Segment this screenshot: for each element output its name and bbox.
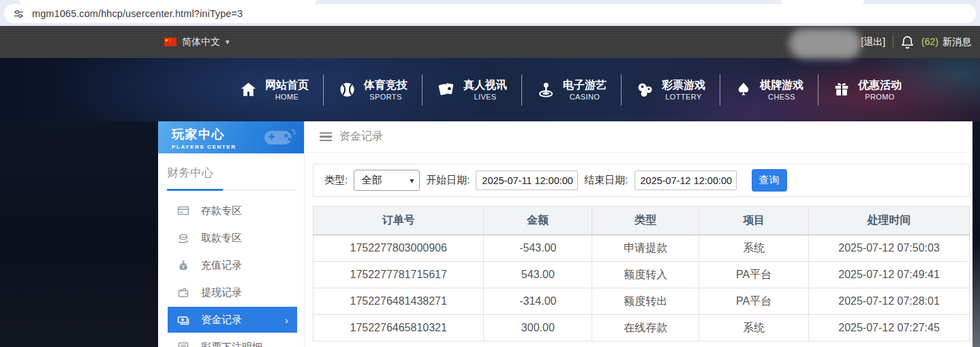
joystick-icon bbox=[536, 80, 555, 99]
nav-label-en: SPORTS bbox=[364, 93, 408, 101]
cell-type: 额度转入 bbox=[592, 262, 699, 288]
recharge-bag-icon bbox=[177, 259, 189, 271]
end-date-input[interactable] bbox=[634, 170, 737, 190]
content-area: 玩家中心 PLAYERS CENTER 财务中心 存款专区 bbox=[158, 121, 973, 347]
home-icon bbox=[239, 80, 258, 99]
column-header-item: 项目 bbox=[699, 207, 809, 235]
nav-label-cn: 体育竞技 bbox=[364, 78, 408, 93]
cell-process-time: 2025-07-12 07:28:01 bbox=[809, 288, 970, 315]
cell-order-no: 1752277803000906 bbox=[313, 235, 484, 262]
language-label: 简体中文 bbox=[182, 36, 220, 48]
url-text[interactable]: mgm1065.com/hhcp/usercenter.html?iniType… bbox=[32, 8, 243, 19]
sidebar-item-lottery-bet-detail[interactable]: 彩票下注明细 bbox=[158, 333, 304, 347]
table-row: 1752277803000906 -543.00 申请提款 系统 2025-07… bbox=[313, 235, 970, 262]
cell-type: 申请提款 bbox=[592, 235, 699, 262]
nav-item-lives[interactable]: 真人视讯 LIVES bbox=[423, 78, 521, 102]
table-header-row: 订单号 金额 类型 项目 处理时间 bbox=[313, 207, 970, 235]
nav-item-casino[interactable]: 电子游艺 CASINO bbox=[522, 78, 621, 102]
cell-process-time: 2025-07-12 07:49:41 bbox=[809, 262, 970, 288]
sidebar-item-withdrawal-record[interactable]: 提现记录 bbox=[158, 279, 304, 306]
cell-item: 系统 bbox=[699, 235, 809, 262]
nav-label-en: CHESS bbox=[760, 93, 803, 101]
cell-amount: 543.00 bbox=[484, 262, 592, 288]
cell-item: PA平台 bbox=[699, 262, 809, 288]
start-date-input[interactable] bbox=[476, 170, 578, 190]
site-settings-icon[interactable] bbox=[13, 8, 25, 20]
gamepad-icon bbox=[262, 125, 297, 150]
message-count: (62) bbox=[921, 36, 938, 48]
page-header: 资金记录 bbox=[305, 121, 973, 153]
type-select[interactable]: 全部 ▾ bbox=[354, 170, 420, 191]
withdraw-hand-icon bbox=[177, 232, 189, 244]
blurred-username bbox=[789, 29, 861, 59]
topbar-divider bbox=[893, 36, 893, 48]
sidebar-item-deposit-zone[interactable]: 存款专区 bbox=[158, 197, 304, 224]
nav-label-cn: 真人视讯 bbox=[463, 78, 507, 93]
nav-item-chess[interactable]: 棋牌游戏 CHESS bbox=[720, 78, 818, 102]
column-header-process-time: 处理时间 bbox=[809, 207, 970, 235]
cell-amount: -314.00 bbox=[484, 288, 592, 315]
new-messages-link[interactable]: (62) 新消息 bbox=[921, 36, 971, 48]
nav-item-lottery[interactable]: 彩票游戏 LOTTERY bbox=[622, 78, 720, 102]
sidebar-menu: 存款专区 取款专区 充值记录 bbox=[158, 197, 304, 347]
table-row: 1752276481438271 -314.00 额度转出 PA平台 2025-… bbox=[313, 288, 970, 315]
spade-icon bbox=[735, 80, 752, 98]
lottery-balls-icon bbox=[636, 80, 654, 99]
language-selector[interactable]: 简体中文 ▾ bbox=[164, 26, 230, 58]
nav-label-cn: 棋牌游戏 bbox=[760, 78, 803, 93]
column-header-order-no: 订单号 bbox=[313, 207, 484, 235]
nav-item-promo[interactable]: 优惠活动 PROMO bbox=[818, 78, 916, 102]
nav-item-home[interactable]: 网站首页 HOME bbox=[225, 78, 323, 102]
cell-item: PA平台 bbox=[699, 288, 809, 315]
sidebar: 玩家中心 PLAYERS CENTER 财务中心 存款专区 bbox=[158, 121, 305, 347]
start-date-label: 开始日期: bbox=[426, 174, 470, 187]
nav-item-sports[interactable]: 体育竞技 SPORTS bbox=[324, 78, 422, 102]
sidebar-item-label: 存款专区 bbox=[201, 205, 242, 217]
cell-type: 在线存款 bbox=[592, 315, 699, 342]
table-row: 1752277781715617 543.00 额度转入 PA平台 2025-0… bbox=[313, 262, 970, 288]
cell-amount: -543.00 bbox=[484, 235, 592, 262]
address-bar[interactable]: mgm1065.com/hhcp/usercenter.html?iniType… bbox=[4, 4, 976, 23]
sidebar-section-finance[interactable]: 财务中心 bbox=[167, 165, 295, 190]
bell-icon[interactable] bbox=[901, 35, 914, 49]
bet-detail-icon bbox=[177, 341, 189, 347]
players-center-banner: 玩家中心 PLAYERS CENTER bbox=[158, 121, 304, 153]
nav-label-cn: 电子游艺 bbox=[563, 78, 607, 93]
cell-order-no: 1752277781715617 bbox=[313, 262, 484, 288]
page-title: 资金记录 bbox=[339, 130, 383, 144]
funds-record-table: 订单号 金额 类型 项目 处理时间 1752277803000906 -543.… bbox=[313, 206, 970, 342]
search-button[interactable]: 查询 bbox=[752, 169, 787, 192]
type-filter-label: 类型: bbox=[324, 174, 348, 187]
deposit-card-icon bbox=[177, 205, 189, 217]
end-date-label: 结束日期: bbox=[584, 174, 628, 187]
logout-link[interactable]: [退出] bbox=[861, 36, 885, 48]
sidebar-item-label: 提现记录 bbox=[201, 286, 242, 299]
caret-down-icon: ▾ bbox=[226, 37, 230, 46]
table-row: 1752276465810321 300.00 在线存款 系统 2025-07-… bbox=[313, 315, 970, 342]
sidebar-item-funds-record[interactable]: 资金记录 › bbox=[168, 307, 297, 333]
type-select-value: 全部 bbox=[361, 174, 382, 187]
chevron-down-icon: ▾ bbox=[410, 176, 414, 185]
chevron-right-icon: › bbox=[285, 314, 288, 326]
cell-item: 系统 bbox=[699, 315, 809, 342]
gift-icon bbox=[833, 80, 851, 98]
sidebar-item-withdraw-zone[interactable]: 取款专区 bbox=[158, 224, 304, 252]
nav-label-cn: 彩票游戏 bbox=[662, 78, 705, 93]
nav-label-en: CASINO bbox=[563, 93, 607, 101]
messages-label: 新消息 bbox=[943, 36, 971, 48]
menu-icon[interactable] bbox=[320, 132, 332, 142]
sidebar-item-recharge-record[interactable]: 充值记录 bbox=[158, 252, 304, 279]
cell-order-no: 1752276481438271 bbox=[313, 288, 484, 315]
playing-cards-icon bbox=[437, 80, 456, 99]
cell-type: 额度转出 bbox=[592, 288, 699, 315]
cell-amount: 300.00 bbox=[484, 315, 592, 342]
main-panel: 资金记录 类型: 全部 ▾ 开始日期: 结束日期: 查询 订单号 金额 类型 bbox=[305, 121, 973, 347]
column-header-type: 类型 bbox=[592, 207, 699, 235]
nav-label-cn: 优惠活动 bbox=[858, 78, 902, 93]
nav-label-cn: 网站首页 bbox=[265, 78, 309, 93]
nav-label-en: LOTTERY bbox=[662, 93, 705, 101]
china-flag-icon bbox=[164, 37, 177, 46]
funds-record-icon bbox=[177, 314, 189, 326]
sidebar-item-label: 资金记录 bbox=[201, 314, 242, 327]
cell-process-time: 2025-07-12 07:27:45 bbox=[809, 315, 970, 342]
